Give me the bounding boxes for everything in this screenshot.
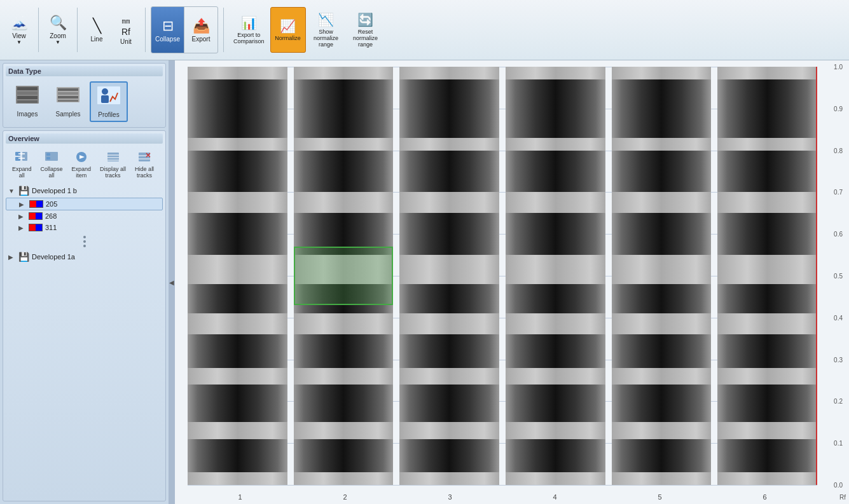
gel-band [188,213,287,255]
y-axis-label: 0.5 [834,273,843,280]
tree-label-311: 311 [45,224,57,231]
gel-band [612,334,712,368]
reset-normalize-group: 🔄 Reset normalize range [347,4,385,55]
gel-band [399,151,499,193]
tree-label-268: 268 [45,212,57,220]
data-type-title: Data Type [6,66,163,76]
gel-band [399,334,499,368]
svg-rect-3 [17,96,38,99]
show-normalize-group: 📉 Show normalize range [307,4,345,55]
expand-all-button[interactable]: Expand all [8,149,36,181]
expand-item-button[interactable]: Expand item [68,149,95,181]
svg-rect-2 [17,92,38,95]
track-color-bar-268 [29,212,43,220]
samples-icon [55,85,81,109]
export-comparison-button[interactable]: 📊 Export to Comparison [229,7,269,53]
show-normalize-icon: 📉 [318,12,334,27]
unit-group: ㎜Rf Unit [112,4,140,55]
export-comparison-icon: 📊 [241,15,257,31]
expand-item-icon [74,151,88,166]
track-column[interactable] [188,67,287,485]
x-axis-label: 2 [293,493,397,501]
y-axis-label: 0.1 [834,440,843,447]
gel-band [612,151,712,193]
gel-band [506,385,605,422]
hide-all-tracks-icon [137,151,151,166]
sep4 [223,8,224,52]
expand-all-icon [15,151,29,166]
gel-band [717,439,817,473]
gel-band [506,439,605,473]
gel-band [399,284,499,313]
svg-rect-12 [101,95,109,103]
collapse-button[interactable]: ⊟ Collapse [151,7,184,53]
normalize-group: 📈 Normalize [270,4,306,55]
export-button[interactable]: 📤 Export [184,7,217,53]
view-button[interactable]: 🗻 View ▼ [5,7,33,53]
svg-rect-15 [22,152,27,161]
tree-item-268[interactable]: ▶ 268 [6,210,163,222]
export-comparison-group: 📊 Export to Comparison [229,4,269,55]
svg-rect-19 [46,153,50,156]
folder-icon-developed1a: 💾 [18,252,29,262]
tree-label-developed1b: Developed 1 b [32,187,77,194]
gel-band [612,284,712,313]
gel-band [188,439,287,473]
tree-item-205[interactable]: ▶ 205 [6,198,163,210]
track-column[interactable] [399,67,499,485]
y-axis-label: 1.0 [834,64,843,71]
tree-item-developed1a[interactable]: ▶ 💾 Developed 1a [6,250,163,264]
gel-band [399,79,499,138]
reset-normalize-range-button[interactable]: 🔄 Reset normalize range [347,7,385,53]
track-column[interactable] [294,67,394,485]
gel-band [399,439,499,473]
gel-band [717,284,817,313]
track-column[interactable] [717,67,817,485]
tree-expand-311: ▶ [18,224,26,231]
line-button[interactable]: ╲ Line [83,7,111,53]
tree-item-311[interactable]: ▶ 311 [6,222,163,233]
zoom-button[interactable]: 🔍 Zoom ▼ [44,7,72,53]
unit-button[interactable]: ㎜Rf Unit [112,7,140,53]
x-axis-label: 3 [397,493,502,501]
gel-band [612,439,712,473]
panel-collapse-handle[interactable]: ◀ [169,60,175,504]
display-all-tracks-button[interactable]: Display all tracks [96,149,130,181]
svg-rect-1 [17,87,38,90]
svg-rect-27 [139,153,150,161]
zoom-group: 🔍 Zoom ▼ [44,4,72,55]
track-color-bar-311 [29,224,43,231]
images-icon-btn[interactable]: Images [8,81,46,122]
track-column[interactable] [506,67,605,485]
svg-rect-7 [58,92,78,95]
collapse-all-button[interactable]: Collapse all [37,149,67,181]
main-toolbar: 🗻 View ▼ 🔍 Zoom ▼ ╲ Line ㎜Rf Unit ⊟ Coll… [0,0,849,60]
track-color-bar-205 [29,200,43,208]
gel-band [399,385,499,422]
gel-band [612,385,712,422]
left-panel: Data Type Images [0,60,169,504]
svg-rect-20 [46,157,50,160]
dots-indicator [6,233,163,250]
svg-rect-8 [58,96,78,99]
gel-band [188,385,287,422]
samples-icon-btn[interactable]: Samples [49,81,87,122]
y-axis: 1.00.90.80.70.60.50.40.30.20.10.0 [817,67,843,485]
hide-all-tracks-button[interactable]: Hide all tracks [131,149,158,181]
tree-item-developed1b[interactable]: ▼ 💾 Developed 1 b [6,184,163,198]
normalize-button[interactable]: 📈 Normalize [270,7,306,53]
y-axis-label: 0.9 [834,105,843,112]
sep2 [77,8,78,52]
gel-band [612,213,712,255]
show-normalize-range-button[interactable]: 📉 Show normalize range [307,7,345,53]
line-icon: ╲ [93,18,101,34]
gel-band [294,79,394,138]
profiles-icon-btn[interactable]: Profiles [90,81,128,122]
tree-expand-developed1b: ▼ [8,187,16,194]
collapse-export-group: ⊟ Collapse 📤 Export [151,6,218,53]
svg-rect-9 [58,100,78,102]
sep3 [145,8,146,52]
track-column[interactable] [612,67,712,485]
profiles-icon [96,85,121,110]
tree-label-developed1a: Developed 1a [32,253,75,261]
